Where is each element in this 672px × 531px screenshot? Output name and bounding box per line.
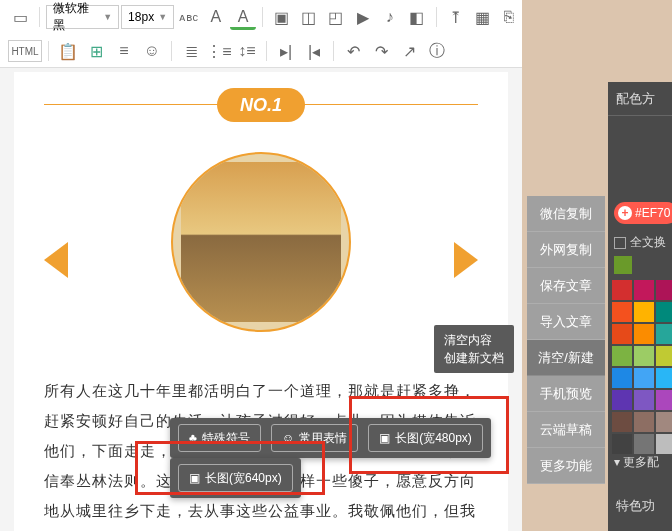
crop-icon[interactable]: ◰ <box>323 4 348 30</box>
table-icon[interactable]: ⊞ <box>83 38 109 64</box>
panel-title: 配色方 <box>608 82 672 116</box>
html-source-button[interactable]: HTML <box>8 40 42 62</box>
color-swatch[interactable] <box>612 346 632 366</box>
carousel <box>44 152 478 362</box>
color-swatch[interactable] <box>634 302 654 322</box>
image-icon: ▣ <box>189 471 200 485</box>
fulltext-checkbox[interactable]: 全文换 <box>614 234 666 251</box>
font-color-icon[interactable]: A <box>203 4 228 30</box>
new-doc-icon[interactable]: ▭ <box>8 4 33 30</box>
color-swatch[interactable] <box>634 390 654 410</box>
audio-icon[interactable]: ♪ <box>377 4 402 30</box>
side-menu: 微信复制外网复制保存文章导入文章清空/新建手机预览云端草稿更多功能 <box>527 196 605 484</box>
side-menu-item[interactable]: 保存文章 <box>527 268 605 304</box>
prev-arrow-icon[interactable] <box>44 242 68 278</box>
special-chars-button[interactable]: ♣ 特殊符号 <box>178 424 261 452</box>
share-icon[interactable]: ↗ <box>396 38 422 64</box>
line-height-icon[interactable]: ↕≡ <box>234 38 260 64</box>
chevron-down-icon: ▼ <box>103 12 112 22</box>
color-swatch[interactable] <box>612 412 632 432</box>
undo-icon[interactable]: ↶ <box>340 38 366 64</box>
indent-right-icon[interactable]: ▸| <box>273 38 299 64</box>
color-swatch[interactable] <box>656 302 672 322</box>
color-swatch[interactable] <box>656 280 672 300</box>
color-swatch[interactable] <box>656 434 672 454</box>
color-swatch[interactable] <box>634 346 654 366</box>
color-swatch[interactable] <box>634 368 654 388</box>
color-swatch[interactable] <box>612 368 632 388</box>
color-swatch[interactable] <box>656 412 672 432</box>
paste-icon[interactable]: 📋 <box>55 38 81 64</box>
painting-image <box>181 162 341 322</box>
side-menu-item[interactable]: 更多功能 <box>527 448 605 484</box>
color-swatch[interactable] <box>634 324 654 344</box>
selected-swatch[interactable] <box>614 256 632 274</box>
circle-image <box>171 152 351 332</box>
toolbar: ▭ 微软雅黑 ▼ 18px ▼ ᴀʙc A A ▣ ◫ ◰ ▶ ♪ ◧ ⤒ ▦ … <box>0 0 522 68</box>
action-bar-2: ▣ 长图(宽640px) <box>170 458 301 498</box>
side-menu-item[interactable]: 外网复制 <box>527 232 605 268</box>
color-chip[interactable]: + #EF70 <box>614 202 672 224</box>
color-swatch[interactable] <box>612 324 632 344</box>
color-swatch[interactable] <box>656 346 672 366</box>
color-swatch[interactable] <box>612 302 632 322</box>
color-swatch[interactable] <box>612 390 632 410</box>
side-menu-item[interactable]: 云端草稿 <box>527 412 605 448</box>
color-swatch[interactable] <box>656 324 672 344</box>
color-swatch[interactable] <box>612 434 632 454</box>
font-family-value: 微软雅黑 <box>53 0 99 34</box>
emoji-icon[interactable]: ☺ <box>139 38 165 64</box>
align-icon[interactable]: ≡ <box>111 38 137 64</box>
long-image-480-button[interactable]: ▣ 长图(宽480px) <box>368 424 483 452</box>
font-family-select[interactable]: 微软雅黑 ▼ <box>46 5 119 29</box>
plus-icon: + <box>618 206 632 220</box>
color-swatch[interactable] <box>634 434 654 454</box>
chevron-down-icon: ▼ <box>158 12 167 22</box>
more-colors-toggle[interactable]: ▾ 更多配 <box>614 454 659 471</box>
color-swatch[interactable] <box>612 280 632 300</box>
image-icon[interactable]: ▣ <box>269 4 294 30</box>
image-icon: ▣ <box>379 431 390 445</box>
clover-icon: ♣ <box>189 431 197 445</box>
next-arrow-icon[interactable] <box>454 242 478 278</box>
clear-format-icon[interactable]: ᴀʙc <box>176 4 201 30</box>
action-bar: ♣ 特殊符号 ☺ 常用表情 ▣ 长图(宽480px) <box>170 418 491 458</box>
side-menu-item[interactable]: 清空/新建 <box>527 340 605 376</box>
tooltip: 清空内容 创建新文档 <box>434 325 514 373</box>
indent-left-icon[interactable]: |◂ <box>301 38 327 64</box>
font-size-value: 18px <box>128 10 154 24</box>
font-size-select[interactable]: 18px ▼ <box>121 5 174 29</box>
attach-icon[interactable]: ⎘ <box>497 4 522 30</box>
color-swatch[interactable] <box>656 368 672 388</box>
emoji-button[interactable]: ☺ 常用表情 <box>271 424 358 452</box>
color-scheme-panel: 配色方 + #EF70 全文换 ▾ 更多配 特色功 <box>608 82 672 531</box>
smile-icon: ☺ <box>282 431 294 445</box>
bg-color-icon[interactable]: A <box>230 4 255 30</box>
video-icon[interactable]: ▶ <box>350 4 375 30</box>
color-swatch[interactable] <box>656 390 672 410</box>
redo-icon[interactable]: ↷ <box>368 38 394 64</box>
help-icon[interactable]: ⓘ <box>424 38 450 64</box>
checkbox-icon <box>614 237 626 249</box>
color-swatch[interactable] <box>634 280 654 300</box>
gallery-icon[interactable]: ◫ <box>296 4 321 30</box>
panel-footer: 特色功 <box>616 497 655 515</box>
unordered-list-icon[interactable]: ⋮≡ <box>206 38 232 64</box>
card-icon[interactable]: ◧ <box>404 4 429 30</box>
long-image-640-button[interactable]: ▣ 长图(宽640px) <box>178 464 293 492</box>
side-menu-item[interactable]: 微信复制 <box>527 196 605 232</box>
template-icon[interactable]: ▦ <box>470 4 495 30</box>
side-menu-item[interactable]: 手机预览 <box>527 376 605 412</box>
number-badge: NO.1 <box>217 88 305 122</box>
side-menu-item[interactable]: 导入文章 <box>527 304 605 340</box>
color-swatches <box>612 280 672 454</box>
color-swatch[interactable] <box>634 412 654 432</box>
upload-icon[interactable]: ⤒ <box>443 4 468 30</box>
ordered-list-icon[interactable]: ≣ <box>178 38 204 64</box>
